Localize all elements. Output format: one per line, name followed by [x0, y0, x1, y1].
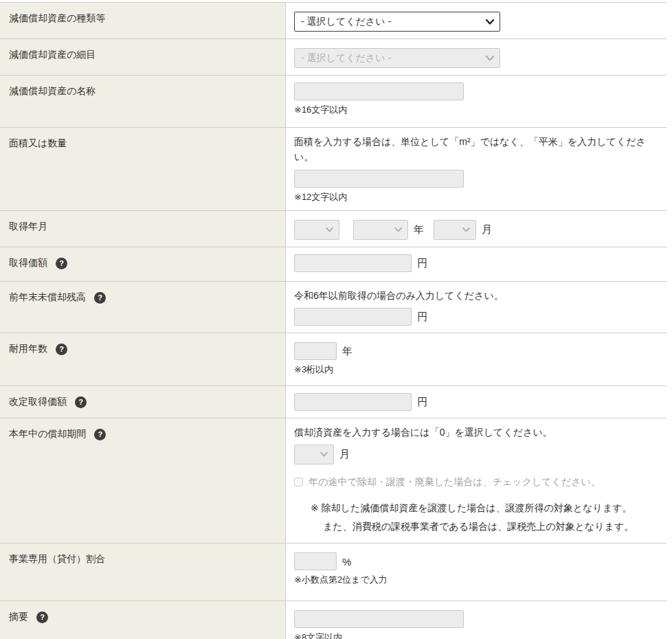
business-ratio-label-cell: 事業専用（貸付）割合	[0, 543, 286, 601]
summary-hint: ※8文字以内	[294, 631, 657, 639]
form-row-business-ratio: 事業専用（貸付）割合 % ※小数点第2位まで入力	[0, 543, 667, 601]
asset-name-label: 減価償却資産の名称	[9, 85, 96, 98]
summary-input[interactable]	[294, 610, 464, 628]
asset-detail-label: 減価償却資産の細目	[9, 49, 96, 61]
area-quantity-value-cell: 面積を入力する場合は、単位として「m²」ではなく、「平米」を入力してください。 …	[286, 128, 667, 210]
asset-type-label: 減価償却資産の種類等	[9, 12, 105, 25]
business-ratio-value-cell: % ※小数点第2位まで入力	[286, 543, 667, 601]
acquisition-date-label-cell: 取得年月	[0, 211, 286, 247]
form-row-area-quantity: 面積又は数量 面積を入力する場合は、単位として「m²」ではなく、「平米」を入力し…	[0, 128, 667, 211]
useful-life-value-cell: 年 ※3桁以内	[286, 333, 667, 385]
yen-unit: 円	[417, 257, 427, 270]
useful-life-input[interactable]	[294, 342, 337, 360]
depreciation-period-label-cell: 本年中の償却期間 ?	[0, 418, 286, 543]
area-quantity-note: 面積を入力する場合は、単位として「m²」ではなく、「平米」を入力してください。	[294, 135, 657, 164]
form-row-prev-year-balance: 前年末未償却残高 ? 令和6年以前取得の場合のみ入力してください。 円	[0, 282, 667, 333]
useful-life-label-cell: 耐用年数 ?	[0, 333, 286, 385]
business-ratio-label: 事業専用（貸付）割合	[9, 553, 105, 565]
help-icon[interactable]: ?	[56, 344, 67, 355]
useful-life-label: 耐用年数	[9, 343, 47, 355]
mid-year-disposal-label: 年の途中で除却・譲渡・廃棄した場合は、チェックしてください。	[309, 476, 601, 489]
mid-year-disposal-checkbox	[294, 478, 303, 486]
year-unit: 年	[342, 345, 352, 358]
acquisition-date-value-cell: 年 月	[286, 211, 667, 247]
revised-price-label-cell: 改定取得価額 ?	[0, 386, 286, 418]
prev-year-balance-input[interactable]	[294, 308, 412, 326]
acquisition-price-input[interactable]	[294, 254, 412, 272]
asset-detail-select-value: - 選択してください -	[301, 52, 391, 65]
area-quantity-label-cell: 面積又は数量	[0, 128, 286, 210]
form-row-asset-name: 減価償却資産の名称 ※16文字以内	[0, 76, 667, 128]
area-quantity-input[interactable]	[294, 170, 464, 188]
help-icon[interactable]: ?	[36, 612, 48, 623]
period-month-select	[294, 445, 334, 464]
revised-price-input[interactable]	[294, 393, 412, 411]
asset-type-label-cell: 減価償却資産の種類等	[0, 3, 286, 38]
mid-year-disposal-row: 年の途中で除却・譲渡・廃棄した場合は、チェックしてください。	[294, 476, 657, 489]
year-unit: 年	[414, 223, 424, 236]
prev-year-balance-note: 令和6年以前取得の場合のみ入力してください。	[294, 289, 657, 304]
yen-unit: 円	[417, 396, 427, 409]
asset-detail-label-cell: 減価償却資産の細目	[0, 39, 286, 75]
chevron-down-icon	[486, 19, 494, 25]
asset-name-value-cell: ※16文字以内	[286, 76, 667, 127]
acquisition-price-label: 取得価額	[9, 257, 47, 269]
acquisition-price-value-cell: 円	[286, 247, 667, 281]
form-row-acquisition-price: 取得価額 ? 円	[0, 247, 667, 282]
yen-unit: 円	[417, 311, 427, 324]
asset-name-input[interactable]	[294, 82, 464, 100]
form-row-useful-life: 耐用年数 ? 年 ※3桁以内	[0, 333, 667, 386]
disposal-warning-line1: ※ 除却した減価償却資産を譲渡した場合は、譲渡所得の対象となります。	[311, 499, 657, 517]
help-icon[interactable]: ?	[75, 396, 87, 408]
asset-detail-value-cell: - 選択してください -	[286, 39, 667, 75]
form-row-asset-detail: 減価償却資産の細目 - 選択してください -	[0, 39, 667, 76]
era-select	[294, 220, 339, 240]
form-row-acquisition-date: 取得年月 年	[0, 211, 667, 247]
year-select	[353, 220, 408, 240]
depreciation-period-value-cell: 償却済資産を入力する場合には「0」を選択してください。 月 年の途中で除却・譲渡…	[286, 418, 667, 543]
acquisition-price-label-cell: 取得価額 ?	[0, 247, 286, 281]
summary-label-cell: 摘要 ?	[0, 601, 286, 639]
form-row-depreciation-period: 本年中の償却期間 ? 償却済資産を入力する場合には「0」を選択してください。 月	[0, 418, 667, 543]
depreciation-period-note: 償却済資産を入力する場合には「0」を選択してください。	[294, 425, 657, 440]
depreciable-asset-form: 減価償却資産の種類等 - 選択してください - 減価償却資産の細目	[0, 2, 667, 639]
depreciation-period-label: 本年中の償却期間	[9, 428, 86, 440]
area-quantity-label: 面積又は数量	[9, 137, 67, 150]
prev-year-balance-label-cell: 前年末未償却残高 ?	[0, 282, 286, 333]
revised-price-value-cell: 円	[286, 386, 667, 418]
disposal-warning-note: ※ 除却した減価償却資産を譲渡した場合は、譲渡所得の対象となります。 また、消費…	[311, 499, 657, 537]
business-ratio-input[interactable]	[294, 552, 337, 570]
asset-type-value-cell: - 選択してください -	[286, 3, 667, 38]
chevron-down-icon	[462, 227, 470, 232]
revised-price-label: 改定取得価額	[9, 396, 67, 408]
acquisition-date-label: 取得年月	[9, 221, 47, 233]
depreciable-asset-form-page: 減価償却資産の種類等 - 選択してください - 減価償却資産の細目	[0, 0, 672, 639]
form-row-summary: 摘要 ? ※8文字以内	[0, 601, 667, 639]
form-row-revised-price: 改定取得価額 ? 円	[0, 386, 667, 418]
percent-unit: %	[342, 556, 351, 568]
help-icon[interactable]: ?	[94, 292, 106, 304]
chevron-down-icon	[326, 227, 333, 232]
help-icon[interactable]: ?	[94, 429, 106, 440]
asset-detail-select: - 選択してください -	[294, 48, 500, 68]
business-ratio-hint: ※小数点第2位まで入力	[294, 574, 657, 586]
asset-name-hint: ※16文字以内	[294, 104, 657, 116]
form-row-asset-type: 減価償却資産の種類等 - 選択してください -	[0, 3, 667, 39]
prev-year-balance-value-cell: 令和6年以前取得の場合のみ入力してください。 円	[286, 282, 667, 333]
month-unit: 月	[482, 223, 492, 236]
help-icon[interactable]: ?	[56, 258, 67, 269]
useful-life-hint: ※3桁以内	[294, 363, 657, 376]
month-select	[434, 220, 476, 240]
chevron-down-icon	[394, 227, 402, 232]
asset-name-label-cell: 減価償却資産の名称	[0, 76, 286, 127]
disposal-warning-line2: また、消費税の課税事業者である場合は、課税売上の対象となります。	[323, 517, 657, 536]
area-quantity-hint: ※12文字以内	[294, 191, 657, 203]
month-unit: 月	[339, 448, 350, 461]
asset-type-select-value: - 選択してください -	[301, 16, 391, 28]
summary-value-cell: ※8文字以内	[286, 601, 667, 639]
asset-type-select[interactable]: - 選択してください -	[294, 12, 500, 32]
chevron-down-icon	[486, 56, 494, 61]
prev-year-balance-label: 前年末未償却残高	[9, 291, 86, 304]
chevron-down-icon	[320, 452, 328, 457]
summary-label: 摘要	[9, 611, 28, 623]
